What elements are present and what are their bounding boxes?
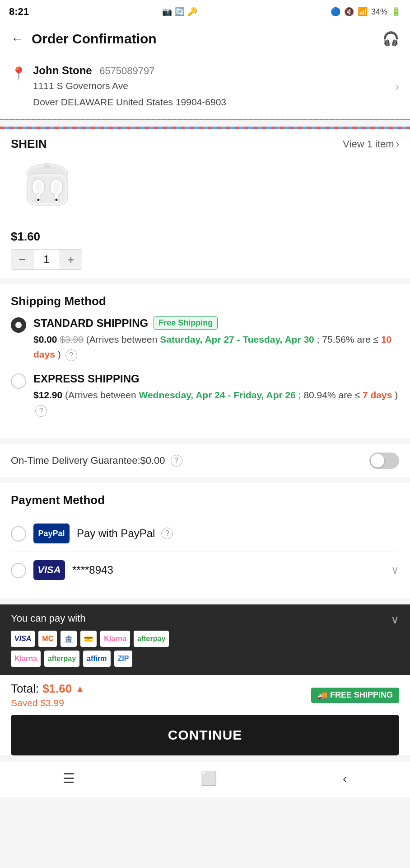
address-section[interactable]: 📍 John Stone 6575089797 1111 S Governors… [0, 54, 410, 120]
total-left: Total: $1.60 ▲ Saved $3.99 [11, 682, 84, 708]
key-icon: 🔑 [187, 7, 197, 17]
otd-label: On-Time Delivery Guarantee:$0.00 ? [11, 455, 182, 467]
svg-point-11 [55, 198, 57, 201]
on-time-delivery-row: On-Time Delivery Guarantee:$0.00 ? [0, 444, 410, 477]
address-details: John Stone 6575089797 1111 S Governors A… [33, 64, 226, 109]
battery-icon: 🔋 [391, 7, 401, 17]
address-line2: Dover DELAWARE United States 19904-6903 [33, 95, 226, 109]
visa-logo: VISA [33, 560, 65, 580]
svg-point-9 [52, 182, 61, 193]
seller-name: SHEIN [11, 137, 47, 151]
paypal-logo: PayPal [33, 524, 70, 543]
quantity-control[interactable]: − 1 + [11, 249, 82, 270]
payment-info-title: You can pay with [11, 613, 169, 624]
paypal-label: Pay with PayPal ? [77, 527, 399, 540]
express-shipping-price: $12.90 (Arrives between Wednesday, Apr 2… [33, 388, 399, 417]
headset-icon[interactable]: 🎧 [382, 31, 399, 47]
mastercard-logo-small: MC [38, 631, 57, 647]
card-logo-small: 💳 [80, 631, 97, 647]
payment-info-banner: You can pay with VISA MC 🏦 💳 Klarna afte… [0, 604, 410, 675]
page-header: ← Order Confirmation 🎧 [0, 24, 410, 54]
zip-logo-small: ZIP [114, 651, 133, 667]
nav-back-icon[interactable]: ‹ [343, 771, 347, 786]
visa-payment-option[interactable]: VISA ****8943 ∨ [11, 552, 399, 588]
standard-shipping-name: STANDARD SHIPPING Free Shipping [33, 316, 399, 330]
svg-rect-6 [37, 193, 40, 203]
back-button[interactable]: ← [11, 32, 23, 46]
standard-shipping-info: STANDARD SHIPPING Free Shipping $0.00 $3… [33, 316, 399, 362]
total-caret-icon: ▲ [75, 684, 84, 694]
otd-toggle[interactable] [369, 453, 399, 469]
nav-home-icon[interactable]: ⬜ [200, 770, 217, 786]
express-shipping-info-icon[interactable]: ? [35, 405, 47, 417]
paypal-radio[interactable] [11, 526, 26, 542]
address-left: 📍 John Stone 6575089797 1111 S Governors… [11, 64, 226, 109]
svg-point-5 [34, 182, 42, 193]
standard-shipping-info-icon[interactable]: ? [65, 349, 77, 361]
klarna-logo2-small: Klarna [11, 651, 41, 667]
quantity-value: 1 [33, 250, 60, 269]
camera-icon: 📷 [162, 7, 172, 17]
visa-logo-small: VISA [11, 631, 35, 647]
quantity-increase-button[interactable]: + [60, 250, 82, 269]
wifi-icon: 📶 [358, 7, 368, 17]
total-amount: Total: $1.60 ▲ [11, 682, 84, 696]
standard-shipping-radio[interactable] [11, 317, 26, 333]
truck-icon: 🚚 [317, 690, 327, 700]
affirm-logo-small: affirm [83, 651, 110, 667]
visa-expand-icon[interactable]: ∨ [391, 564, 399, 576]
payment-section: Payment Method PayPal Pay with PayPal ? … [0, 483, 410, 598]
saved-amount: Saved $3.99 [11, 698, 84, 708]
product-area: $1.60 − 1 + [11, 157, 399, 270]
card-number: ****8943 [72, 564, 384, 576]
free-shipping-label: 🚚 FREE SHIPPING [311, 688, 399, 703]
express-shipping-info: EXPRESS SHIPPING $12.90 (Arrives between… [33, 373, 399, 417]
page-title: Order Confirmation [32, 31, 157, 47]
free-shipping-badge: Free Shipping [154, 316, 218, 330]
address-name-row: John Stone 6575089797 [33, 64, 226, 77]
continue-button[interactable]: CONTINUE [11, 715, 399, 755]
otd-info-icon[interactable]: ? [171, 455, 182, 467]
payment-logos-row2: Klarna afterpay affirm ZIP [11, 651, 169, 667]
status-time: 8:21 [9, 6, 29, 18]
visa-radio[interactable] [11, 563, 26, 578]
shipping-section-title: Shipping Method [11, 294, 399, 308]
status-icons: 📷 🔄 🔑 [162, 7, 197, 17]
airpods-image [14, 161, 80, 222]
view-items-link[interactable]: View 1 item › [343, 138, 399, 150]
afterpay-logo-small: afterpay [134, 631, 169, 647]
address-chevron-icon: › [395, 80, 399, 94]
quantity-decrease-button[interactable]: − [11, 250, 33, 269]
nfc-icon: 🔄 [175, 7, 185, 17]
klarna-logo-small: Klarna [100, 631, 130, 647]
shipping-section: Shipping Method STANDARD SHIPPING Free S… [0, 284, 410, 438]
mute-icon: 🔇 [344, 7, 354, 17]
bottom-bar: Total: $1.60 ▲ Saved $3.99 🚚 FREE SHIPPI… [0, 675, 410, 755]
svg-rect-12 [44, 165, 51, 168]
address-line1: 1111 S Governors Ave [33, 79, 226, 93]
view-items-label: View 1 item [343, 138, 394, 150]
payment-logos-row1: VISA MC 🏦 💳 Klarna afterpay [11, 631, 169, 647]
paypal-payment-option[interactable]: PayPal Pay with PayPal ? [11, 515, 399, 552]
express-shipping-radio[interactable] [11, 373, 26, 389]
standard-shipping-option[interactable]: STANDARD SHIPPING Free Shipping $0.00 $3… [11, 316, 399, 362]
location-icon: 📍 [11, 66, 27, 81]
battery-text: 34% [371, 7, 387, 17]
total-label: Total: [11, 682, 39, 696]
status-bar: 8:21 📷 🔄 🔑 🔵 🔇 📶 34% 🔋 [0, 0, 410, 24]
product-price: $1.60 [11, 230, 40, 244]
express-shipping-option[interactable]: EXPRESS SHIPPING $12.90 (Arrives between… [11, 373, 399, 417]
seller-header: SHEIN View 1 item › [11, 137, 399, 151]
bank-logo-small: 🏦 [61, 631, 77, 647]
total-price: $1.60 [42, 682, 72, 696]
afterpay-logo2-small: afterpay [44, 651, 79, 667]
paypal-info-icon[interactable]: ? [161, 528, 173, 539]
nav-bar: ☰ ⬜ ‹ [0, 762, 410, 797]
seller-section: SHEIN View 1 item › [0, 129, 410, 278]
header-left: ← Order Confirmation [11, 31, 157, 47]
nav-menu-icon[interactable]: ☰ [63, 770, 75, 786]
payment-info-chevron-icon[interactable]: ∨ [391, 613, 399, 627]
customer-phone: 6575089797 [99, 65, 154, 76]
status-right: 🔵 🔇 📶 34% 🔋 [331, 7, 401, 17]
standard-shipping-price: $0.00 $3.99 (Arrives between Saturday, A… [33, 332, 399, 362]
